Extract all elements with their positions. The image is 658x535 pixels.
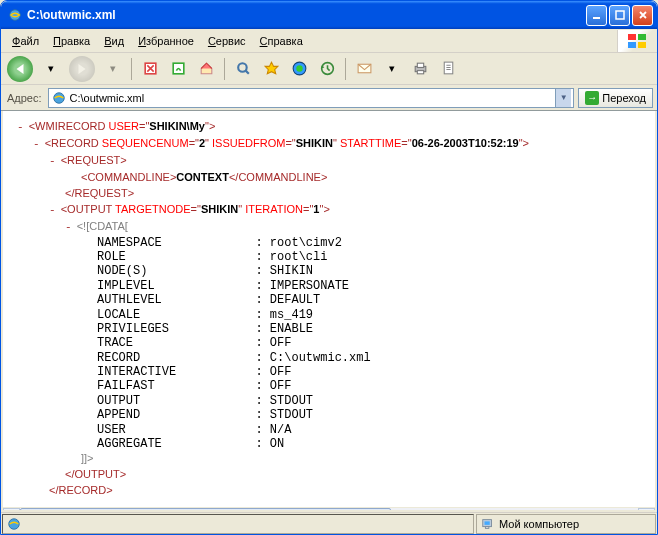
search-button[interactable]	[231, 57, 255, 81]
app-icon	[7, 7, 23, 23]
content-area[interactable]: - <WMIRECORD USER="SHIKIN\My">- <RECORD …	[1, 111, 657, 512]
scroll-track[interactable]	[20, 508, 638, 512]
address-dropdown[interactable]: ▼	[555, 89, 571, 107]
svg-rect-11	[417, 63, 423, 67]
svg-rect-1	[593, 17, 600, 19]
separator	[131, 58, 132, 80]
horizontal-scrollbar[interactable]: ◄ ►	[3, 507, 655, 512]
svg-point-7	[296, 65, 302, 71]
mail-dropdown[interactable]: ▾	[380, 57, 404, 81]
back-button[interactable]	[5, 54, 35, 84]
computer-icon	[481, 517, 495, 531]
home-button[interactable]	[194, 57, 218, 81]
forward-button[interactable]	[67, 54, 97, 84]
close-button[interactable]	[632, 5, 653, 26]
scroll-left-button[interactable]: ◄	[3, 508, 20, 512]
menu-file[interactable]: Файл	[5, 32, 46, 50]
address-field[interactable]: C:\outwmic.xml ▼	[48, 88, 575, 108]
history-button[interactable]	[315, 57, 339, 81]
go-label: Переход	[602, 92, 646, 104]
address-bar: Адрес: C:\outwmic.xml ▼ → Переход	[1, 85, 657, 111]
toolbar: ▾ ▾ ▾	[1, 53, 657, 85]
status-main	[2, 514, 474, 534]
back-dropdown[interactable]: ▾	[39, 57, 63, 81]
menu-help[interactable]: Справка	[253, 32, 310, 50]
print-button[interactable]	[408, 57, 432, 81]
address-label: Адрес:	[5, 92, 44, 104]
menu-tools[interactable]: Сервис	[201, 32, 253, 50]
statusbar: Мой компьютер	[1, 512, 657, 534]
forward-dropdown[interactable]: ▾	[101, 57, 125, 81]
mail-button[interactable]	[352, 57, 376, 81]
stop-button[interactable]	[138, 57, 162, 81]
scroll-right-button[interactable]: ►	[638, 508, 655, 512]
xml-viewer: - <WMIRECORD USER="SHIKIN\My">- <RECORD …	[3, 111, 655, 507]
status-zone: Мой компьютер	[476, 514, 656, 534]
menu-view[interactable]: Вид	[97, 32, 131, 50]
minimize-button[interactable]	[586, 5, 607, 26]
windows-logo-icon	[617, 30, 655, 52]
window-title: C:\outwmic.xml	[27, 8, 586, 22]
svg-rect-2	[616, 11, 624, 19]
menu-edit[interactable]: Правка	[46, 32, 97, 50]
edit-button[interactable]	[436, 57, 460, 81]
app-window: C:\outwmic.xml Файл Правка Вид Избранное…	[0, 0, 658, 535]
svg-rect-12	[417, 71, 423, 74]
address-text: C:\outwmic.xml	[70, 92, 556, 104]
separator	[224, 58, 225, 80]
done-icon	[7, 517, 21, 531]
media-button[interactable]	[287, 57, 311, 81]
separator	[345, 58, 346, 80]
menubar: Файл Правка Вид Избранное Сервис Справка	[1, 29, 657, 53]
svg-point-5	[238, 63, 247, 72]
svg-rect-17	[485, 521, 490, 525]
maximize-button[interactable]	[609, 5, 630, 26]
xml-file-icon	[51, 90, 67, 106]
svg-rect-18	[485, 526, 489, 528]
zone-label: Мой компьютер	[499, 518, 579, 530]
scroll-thumb[interactable]	[20, 508, 391, 512]
menu-favorites[interactable]: Избранное	[131, 32, 201, 50]
favorites-button[interactable]	[259, 57, 283, 81]
refresh-button[interactable]	[166, 57, 190, 81]
titlebar[interactable]: C:\outwmic.xml	[1, 1, 657, 29]
go-arrow-icon: →	[585, 91, 599, 105]
go-button[interactable]: → Переход	[578, 88, 653, 108]
